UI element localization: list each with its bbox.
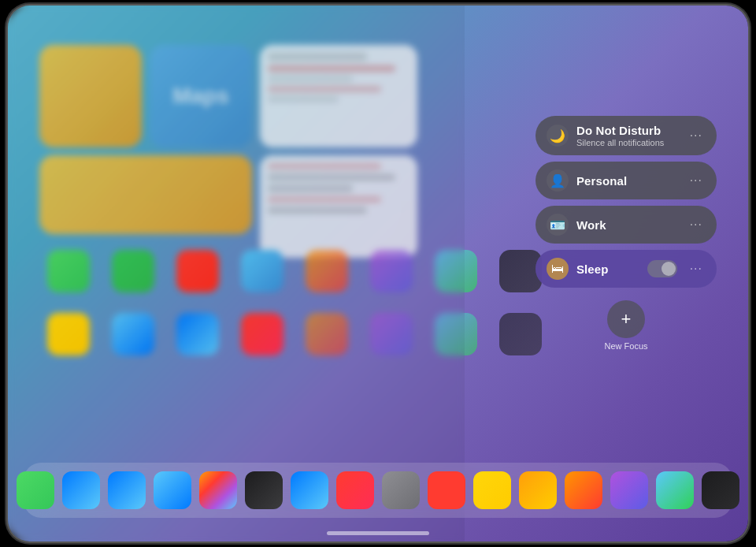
dock-icon-3[interactable] — [656, 471, 694, 509]
new-focus-button[interactable]: + New Focus — [536, 300, 717, 351]
widget-blue: Maps — [150, 45, 252, 147]
bed-icon: 🛏 — [547, 258, 569, 280]
new-focus-circle: + — [607, 300, 645, 338]
widget-yellow — [39, 45, 142, 147]
moon-icon: 🌙 — [547, 125, 569, 147]
focus-sleep-text: Sleep — [576, 262, 639, 276]
dock-icon-contacts[interactable] — [519, 471, 557, 509]
dock-icon-notes[interactable] — [473, 471, 511, 509]
sleep-toggle[interactable] — [647, 260, 677, 277]
briefcase-icon: 🪪 — [547, 214, 569, 236]
focus-item-personal[interactable]: 👤 Personal ··· — [536, 162, 717, 199]
app-icon-3[interactable] — [435, 250, 477, 292]
focus-dnd-dots[interactable]: ··· — [687, 127, 706, 144]
focus-dnd-text: Do Not Disturb Silence all notifications — [576, 124, 679, 147]
app-icon-appstore[interactable] — [176, 313, 219, 355]
dock-icon-clock[interactable] — [702, 471, 739, 509]
focus-work-dots[interactable]: ··· — [687, 216, 706, 233]
dock-icon-files[interactable] — [154, 471, 191, 509]
app-icon-messages[interactable] — [47, 250, 90, 292]
plus-icon: + — [621, 309, 632, 329]
focus-work-text: Work — [576, 218, 679, 232]
person-icon: 👤 — [547, 169, 569, 192]
focus-sleep-dots[interactable]: ··· — [687, 260, 706, 277]
app-icon-6[interactable] — [435, 313, 477, 355]
focus-personal-title: Personal — [576, 174, 679, 188]
app-icon-4[interactable] — [306, 313, 348, 355]
focus-dnd-title: Do Not Disturb — [576, 124, 679, 137]
focus-work-title: Work — [576, 218, 679, 232]
app-icon-music[interactable] — [241, 313, 284, 355]
app-icon-5[interactable] — [370, 313, 413, 355]
app-icon-2[interactable] — [370, 250, 413, 292]
app-icon-facetime[interactable] — [112, 250, 154, 292]
app-icon-weather[interactable] — [112, 313, 154, 355]
dock-icon-settings[interactable] — [382, 471, 420, 509]
mid-icons-row1 — [47, 250, 542, 292]
app-icon-1[interactable] — [306, 250, 348, 292]
dock-icon-camera[interactable] — [245, 471, 283, 509]
app-icon-notes[interactable] — [47, 313, 90, 355]
home-indicator[interactable] — [327, 531, 429, 535]
widgets-area: Maps — [39, 45, 417, 258]
focus-personal-dots[interactable]: ··· — [687, 172, 706, 189]
dock-icon-2[interactable] — [610, 471, 648, 509]
mid-icons-row2 — [47, 313, 542, 355]
dock — [24, 463, 732, 518]
dock-icon-messages[interactable] — [17, 471, 54, 509]
dock-icon-calendar[interactable] — [428, 471, 465, 509]
focus-sleep-title: Sleep — [576, 262, 639, 276]
sleep-toggle-knob — [662, 262, 676, 276]
app-icon-reminders[interactable] — [176, 250, 219, 292]
focus-panel: 🌙 Do Not Disturb Silence all notificatio… — [536, 116, 717, 351]
focus-personal-text: Personal — [576, 174, 679, 188]
ipad-frame: Maps — [8, 6, 748, 541]
dock-icon-safari[interactable] — [62, 471, 100, 509]
widget-notes — [260, 155, 417, 258]
new-focus-label: New Focus — [604, 341, 647, 351]
focus-item-sleep[interactable]: 🛏 Sleep ··· — [536, 250, 717, 288]
dock-icon-mail[interactable] — [108, 471, 146, 509]
app-icon-maps[interactable] — [241, 250, 284, 292]
focus-item-work[interactable]: 🪪 Work ··· — [536, 206, 717, 244]
focus-item-dnd[interactable]: 🌙 Do Not Disturb Silence all notificatio… — [536, 116, 717, 155]
widget-calendar — [260, 45, 417, 147]
dock-icon-appstore[interactable] — [291, 471, 328, 509]
focus-dnd-subtitle: Silence all notifications — [576, 138, 679, 147]
dock-icon-photos[interactable] — [199, 471, 237, 509]
dock-icon-music[interactable] — [336, 471, 374, 509]
widget-notes-yellow — [39, 155, 252, 234]
dock-icon-1[interactable] — [565, 471, 602, 509]
